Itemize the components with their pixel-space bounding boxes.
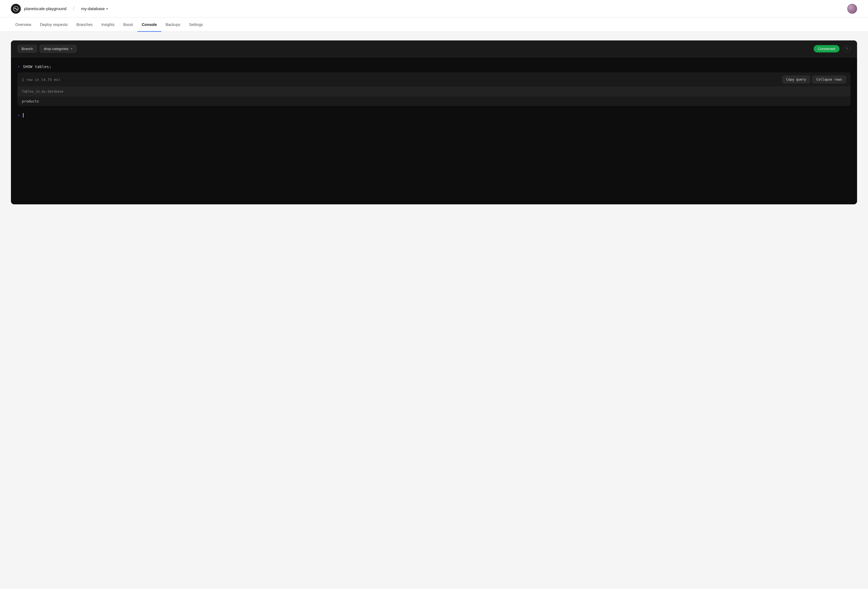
branch-value: drop-categories	[44, 47, 68, 51]
toolbar-right: Connected ?	[813, 45, 850, 53]
avatar[interactable]	[847, 4, 857, 14]
branch-dropdown[interactable]: drop-categories ▾	[40, 45, 76, 53]
db-selector[interactable]: my-database ▾	[81, 6, 108, 11]
chevron-down-icon: ▾	[71, 47, 72, 50]
nav-item-boost[interactable]: Boost	[119, 18, 137, 32]
result-actions: Copy query Collapse rows	[782, 76, 846, 83]
main: Branch drop-categories ▾ Connected ? › S…	[0, 32, 868, 213]
result-table: Tables_in_my-database products	[18, 87, 850, 106]
console-toolbar: Branch drop-categories ▾ Connected ?	[11, 40, 857, 57]
query-block: › SHOW tables; 1 row in (4.75 ms) Copy q…	[18, 64, 850, 106]
query-chevron-icon: ›	[18, 64, 20, 69]
org-name[interactable]: planetscale-playground	[24, 6, 66, 11]
branch-selector: Branch drop-categories ▾	[18, 45, 77, 53]
nav-item-branches[interactable]: Branches	[72, 18, 97, 32]
table-row: products	[18, 96, 850, 106]
result-header: 1 row in (4.75 ms) Copy query Collapse r…	[18, 72, 850, 87]
result-block: 1 row in (4.75 ms) Copy query Collapse r…	[18, 72, 850, 106]
brand-logo-icon	[13, 6, 19, 12]
nav-item-overview[interactable]: Overview	[11, 18, 35, 32]
query-text: SHOW tables;	[23, 65, 52, 69]
help-icon[interactable]: ?	[843, 45, 850, 53]
header-divider: /	[73, 6, 75, 12]
nav-item-backups[interactable]: Backups	[161, 18, 185, 32]
result-meta: 1 row in (4.75 ms)	[22, 78, 61, 82]
table-cell: products	[18, 96, 850, 106]
table-column-header: Tables_in_my-database	[18, 87, 850, 96]
query-line: › SHOW tables;	[18, 64, 850, 69]
chevron-down-icon: ▾	[106, 7, 108, 11]
header: planetscale-playground / my-database ▾	[0, 0, 868, 18]
cursor-bar	[23, 113, 24, 118]
nav-item-deploy-requests[interactable]: Deploy requests	[35, 18, 72, 32]
copy-query-button[interactable]: Copy query	[782, 76, 810, 83]
brand: planetscale-playground	[11, 4, 66, 14]
console-panel: Branch drop-categories ▾ Connected ? › S…	[11, 40, 857, 204]
console-body: › SHOW tables; 1 row in (4.75 ms) Copy q…	[11, 57, 857, 124]
collapse-rows-button[interactable]: Collapse rows	[812, 76, 846, 83]
avatar-image	[847, 4, 857, 14]
nav-item-console[interactable]: Console	[137, 18, 161, 32]
nav-item-settings[interactable]: Settings	[185, 18, 207, 32]
brand-logo	[11, 4, 21, 14]
connected-badge: Connected	[813, 45, 840, 53]
branch-label: Branch	[18, 45, 37, 53]
input-line: ›	[18, 113, 850, 118]
nav-item-insights[interactable]: Insights	[97, 18, 119, 32]
nav: Overview Deploy requests Branches Insigh…	[0, 18, 868, 32]
input-chevron-icon: ›	[18, 113, 20, 118]
db-name: my-database	[81, 6, 105, 11]
